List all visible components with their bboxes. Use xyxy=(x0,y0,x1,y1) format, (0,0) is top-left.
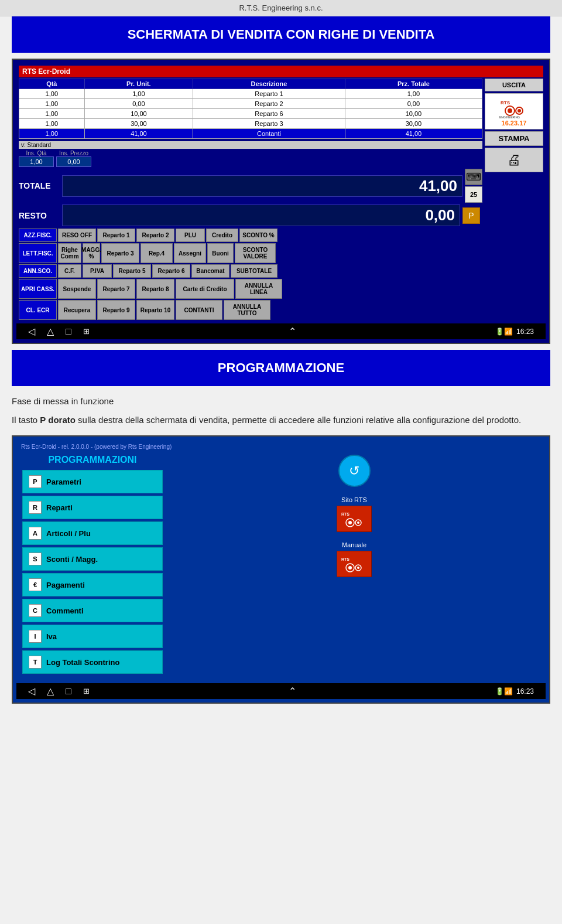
cell-price: 10,00 xyxy=(84,109,193,119)
svg-text:RTS: RTS xyxy=(341,557,349,561)
plu-btn[interactable]: PLU xyxy=(176,229,205,242)
func-row-5: CL. ECR Recupera Reparto 9 Reparto 10 CO… xyxy=(19,300,482,320)
annulla-linea-btn[interactable]: ANNULLALINEA xyxy=(235,279,282,299)
section2-heading: PROGRAMMAZIONE xyxy=(12,350,550,386)
bancomat-btn[interactable]: Bancomat xyxy=(191,264,229,278)
ins-qty-value[interactable]: 1,00 xyxy=(19,156,54,167)
lett-fisc-btn[interactable]: LETT.FISC. xyxy=(19,243,57,263)
home-nav-icon-2[interactable]: △ xyxy=(47,686,54,697)
cell-desc: Reparto 3 xyxy=(193,119,345,129)
prog-menu-label: Reparti xyxy=(46,503,73,512)
stampa-button[interactable]: STAMPA xyxy=(485,131,543,146)
func-row-3: ANN.SCO. C.F. P.IVA Reparto 5 Reparto 6 … xyxy=(19,264,482,278)
cell-desc: Reparto 2 xyxy=(193,99,345,109)
uscita-button[interactable]: USCITA xyxy=(485,79,543,91)
prog-menu-label: Parametri xyxy=(46,478,81,486)
apri-cass-btn[interactable]: APRI CASS. xyxy=(19,279,57,299)
screenshot-nav-icon-2[interactable]: ⊞ xyxy=(83,687,90,695)
prog-menu-item[interactable]: C Commenti xyxy=(22,599,163,622)
prog-menu-item[interactable]: A Articoli / Plu xyxy=(22,521,163,545)
prog-app-header: Rts Ecr-Droid - rel. 2.0.0.0 - (powered … xyxy=(19,442,543,451)
ecr-header: RTS Ecr-Droid xyxy=(19,66,543,77)
prog-menu-icon: A xyxy=(29,527,42,540)
credito-btn[interactable]: Credito xyxy=(206,229,238,242)
manual-link[interactable]: Manuale RTS xyxy=(337,541,372,577)
up-chevron-icon[interactable]: ⌃ xyxy=(289,326,296,337)
reparto7-btn[interactable]: Reparto 7 xyxy=(97,279,135,299)
righe-comm-btn[interactable]: RigheComm xyxy=(58,243,81,263)
screenshot-nav-icon[interactable]: ⊞ xyxy=(83,327,90,336)
reparto6-btn[interactable]: Reparto 6 xyxy=(152,264,190,278)
prog-menu-icon: C xyxy=(29,604,42,617)
cell-total: 41,00 xyxy=(345,129,482,139)
col-qty: Qtà xyxy=(19,79,85,89)
cell-desc: Reparto 6 xyxy=(193,109,345,119)
sconto-pct-btn[interactable]: SCONTO % xyxy=(239,229,277,242)
reparto5-btn[interactable]: Reparto 5 xyxy=(113,264,151,278)
cf-btn[interactable]: C.F. xyxy=(58,264,81,278)
svg-text:RTS: RTS xyxy=(501,100,510,105)
assegni-btn[interactable]: Assegni xyxy=(174,243,206,263)
prog-menu-item[interactable]: I Iva xyxy=(22,625,163,648)
rep4-btn[interactable]: Rep.4 xyxy=(140,243,173,263)
rts-logo: RTS ENGINEERING xyxy=(498,96,530,120)
col-price: Pr. Unit. xyxy=(84,79,193,89)
ins-price-value[interactable]: 0,00 xyxy=(56,156,91,167)
recent-nav-icon[interactable]: □ xyxy=(66,326,71,337)
site-rts-logo: RTS xyxy=(337,506,372,532)
recupera-btn[interactable]: Recupera xyxy=(58,300,96,320)
buoni-btn[interactable]: Buoni xyxy=(207,243,234,263)
home-nav-icon[interactable]: △ xyxy=(47,326,54,337)
svg-point-18 xyxy=(357,567,359,569)
cl-ecr-btn[interactable]: CL. ECR xyxy=(19,300,57,320)
magg-pct-btn[interactable]: MAGG.% xyxy=(83,243,100,263)
azz-fisc-btn[interactable]: AZZ.FISC. xyxy=(19,229,57,242)
ann-sco-btn[interactable]: ANN.SCO. xyxy=(19,264,57,278)
func-row-1: AZZ.FISC. RESO OFF Reparto 1 Reparto 2 P… xyxy=(19,229,482,242)
prog-menu-item[interactable]: € Pagamenti xyxy=(22,573,163,596)
printer-icon[interactable]: 🖨 xyxy=(485,148,543,172)
reparto10-btn[interactable]: Reparto 10 xyxy=(136,300,174,320)
sale-table: Qtà Pr. Unit. Descrizione Prz. Totale 1,… xyxy=(19,79,482,139)
piva-btn[interactable]: P.IVA xyxy=(83,264,112,278)
site-rts-link[interactable]: Sito RTS RTS xyxy=(337,496,372,532)
cell-qty: 1,00 xyxy=(19,129,85,139)
reparto9-btn[interactable]: Reparto 9 xyxy=(97,300,135,320)
status-bar-2: 🔋📶 16:23 xyxy=(495,687,534,695)
svg-point-5 xyxy=(518,109,521,112)
num-25-btn[interactable]: 25 xyxy=(465,186,482,203)
up-chevron-icon-2[interactable]: ⌃ xyxy=(289,686,296,697)
carte-credito-btn[interactable]: Carte di Credito xyxy=(176,279,234,299)
prog-menu-item[interactable]: T Log Totali Scontrino xyxy=(22,650,163,674)
section1-heading: SCHERMATA DI VENDITA CON RIGHE DI VENDIT… xyxy=(12,16,550,53)
reparto2-btn[interactable]: Reparto 2 xyxy=(136,229,174,242)
status-icons: 🔋📶 xyxy=(495,328,513,336)
table-row: 1,00 1,00 Reparto 1 1,00 xyxy=(19,89,482,99)
p-gold-btn[interactable]: P xyxy=(462,207,480,224)
prog-menu-item[interactable]: S Sconti / Magg. xyxy=(22,547,163,571)
cell-total: 10,00 xyxy=(345,109,482,119)
prog-menu-item[interactable]: R Reparti xyxy=(22,496,163,519)
cell-total: 30,00 xyxy=(345,119,482,129)
reparto1-btn[interactable]: Reparto 1 xyxy=(97,229,135,242)
back-nav-icon-2[interactable]: ◁ xyxy=(28,686,35,697)
reso-off-btn[interactable]: RESO OFF xyxy=(58,229,96,242)
svg-point-3 xyxy=(508,108,512,113)
prog-back-button[interactable]: ↺ xyxy=(338,455,371,487)
reparto3-btn[interactable]: Reparto 3 xyxy=(101,243,139,263)
prog-menu-item[interactable]: P Parametri xyxy=(22,470,163,493)
sospende-btn[interactable]: Sospende xyxy=(58,279,96,299)
sconto-valore-btn[interactable]: SCONTOVALORE xyxy=(235,243,276,263)
annulla-tutto-btn[interactable]: ANNULLATUTTO xyxy=(224,300,270,320)
totale-value: 41,00 xyxy=(62,175,462,197)
calculator-icon[interactable]: ⌨ xyxy=(465,169,482,185)
back-nav-icon[interactable]: ◁ xyxy=(28,326,35,337)
reparto8-btn[interactable]: Reparto 8 xyxy=(136,279,174,299)
subtotale-btn[interactable]: SUBTOTALE xyxy=(231,264,277,278)
contanti-btn[interactable]: CONTANTI xyxy=(176,300,222,320)
cell-desc: Reparto 1 xyxy=(193,89,345,99)
recent-nav-icon-2[interactable]: □ xyxy=(66,686,71,697)
func-row-4: APRI CASS. Sospende Reparto 7 Reparto 8 … xyxy=(19,279,482,299)
table-row: 1,00 30,00 Reparto 3 30,00 xyxy=(19,119,482,129)
desc-line2: Il tasto P dorato sulla destra della sch… xyxy=(12,413,550,427)
